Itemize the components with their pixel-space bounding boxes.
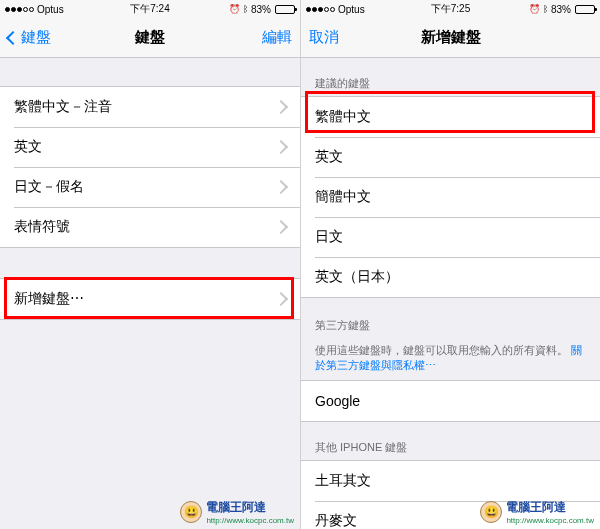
group-header-third: 第三方鍵盤: [301, 318, 600, 338]
nav-title: 新增鍵盤: [421, 28, 481, 47]
battery-pct: 83%: [251, 4, 271, 15]
status-time: 下午7:24: [130, 2, 169, 16]
alarm-icon: ⏰: [529, 4, 540, 14]
group-footer-third: 使用這些鍵盤時，鍵盤可以取用您輸入的所有資料。 關於第三方鍵盤與隱私權⋯: [301, 338, 600, 374]
chevron-left-icon: [6, 30, 20, 44]
back-button[interactable]: 鍵盤: [8, 28, 51, 47]
third-party-list: Google: [301, 380, 600, 422]
keyboard-list: 繁體中文－注音 英文 日文－假名 表情符號: [0, 86, 300, 248]
group-header-suggested: 建議的鍵盤: [301, 76, 600, 96]
cancel-button[interactable]: 取消: [309, 28, 339, 47]
watermark: 😃 電腦王阿達 http://www.kocpc.com.tw: [180, 499, 294, 525]
add-keyboard-row[interactable]: 新增鍵盤⋯: [0, 279, 300, 319]
nav-bar: 取消 新增鍵盤: [301, 18, 600, 58]
suggested-list: 繁體中文 英文 簡體中文 日文 英文（日本）: [301, 96, 600, 298]
battery-pct: 83%: [551, 4, 571, 15]
bluetooth-icon: ᛒ: [543, 4, 548, 14]
list-item[interactable]: 英文: [0, 127, 300, 167]
battery-icon: [275, 5, 295, 14]
list-item[interactable]: 日文－假名: [0, 167, 300, 207]
nav-title: 鍵盤: [135, 28, 165, 47]
content: 繁體中文－注音 英文 日文－假名 表情符號 新增鍵盤⋯: [0, 58, 300, 529]
alarm-icon: ⏰: [229, 4, 240, 14]
content: 建議的鍵盤 繁體中文 英文 簡體中文 日文 英文（日本） 第三方鍵盤 使用這些鍵…: [301, 58, 600, 529]
list-item[interactable]: Google: [301, 381, 600, 421]
avatar-icon: 😃: [480, 501, 502, 523]
phone-left: Optus 下午7:24 ⏰ ᛒ 83% 鍵盤 鍵盤 編輯 繁體中文－注音 英文: [0, 0, 300, 529]
list-item[interactable]: 繁體中文: [301, 97, 600, 137]
status-time: 下午7:25: [431, 2, 470, 16]
list-item[interactable]: 簡體中文: [301, 177, 600, 217]
nav-bar: 鍵盤 鍵盤 編輯: [0, 18, 300, 58]
status-bar: Optus 下午7:25 ⏰ ᛒ 83%: [301, 0, 600, 18]
watermark: 😃 電腦王阿達 http://www.kocpc.com.tw: [480, 499, 594, 525]
bluetooth-icon: ᛒ: [243, 4, 248, 14]
carrier: Optus: [338, 4, 365, 15]
list-item[interactable]: 繁體中文－注音: [0, 87, 300, 127]
avatar-icon: 😃: [180, 501, 202, 523]
list-item[interactable]: 日文: [301, 217, 600, 257]
status-bar: Optus 下午7:24 ⏰ ᛒ 83%: [0, 0, 300, 18]
carrier: Optus: [37, 4, 64, 15]
list-item[interactable]: 土耳其文: [301, 461, 600, 501]
add-keyboard-list: 新增鍵盤⋯: [0, 278, 300, 320]
phone-right: Optus 下午7:25 ⏰ ᛒ 83% 取消 新增鍵盤 建議的鍵盤 繁體中文 …: [300, 0, 600, 529]
edit-button[interactable]: 編輯: [262, 28, 292, 47]
list-item[interactable]: 英文（日本）: [301, 257, 600, 297]
list-item[interactable]: 表情符號: [0, 207, 300, 247]
list-item[interactable]: 英文: [301, 137, 600, 177]
group-header-other: 其他 IPHONE 鍵盤: [301, 440, 600, 460]
battery-icon: [575, 5, 595, 14]
